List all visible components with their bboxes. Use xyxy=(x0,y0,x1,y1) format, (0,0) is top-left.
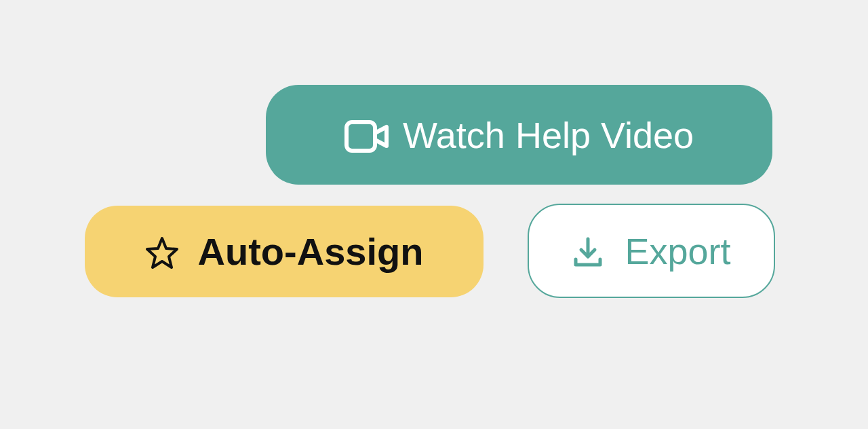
video-camera-icon xyxy=(344,119,389,151)
auto-assign-button[interactable]: Auto-Assign xyxy=(85,206,484,297)
watch-help-video-label: Watch Help Video xyxy=(403,114,694,156)
svg-rect-0 xyxy=(347,122,375,151)
download-icon xyxy=(572,235,604,267)
export-label: Export xyxy=(625,230,730,272)
export-button[interactable]: Export xyxy=(528,204,775,298)
star-icon xyxy=(145,235,179,269)
watch-help-video-button[interactable]: Watch Help Video xyxy=(266,85,772,185)
auto-assign-label: Auto-Assign xyxy=(198,229,424,274)
